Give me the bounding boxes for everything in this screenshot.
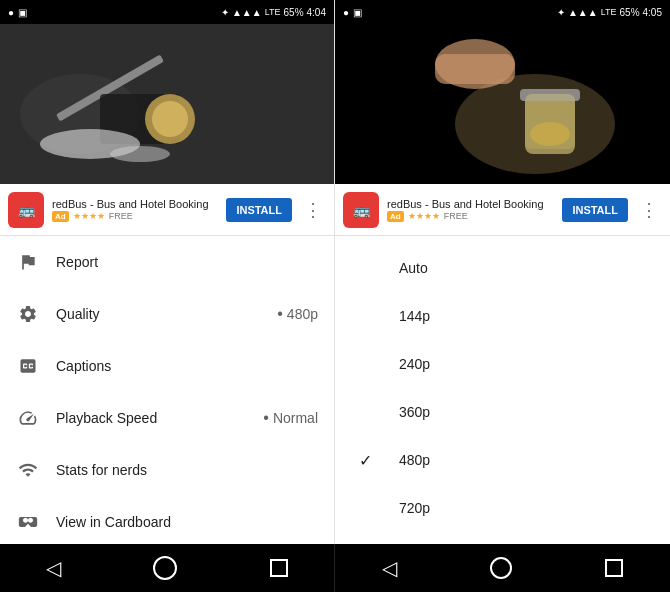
status-right-info: ✦ ▲▲▲ LTE 65% 4:04	[221, 7, 326, 18]
menu-item-playback[interactable]: Playback Speed • Normal	[0, 392, 334, 444]
ad-info-left: redBus - Bus and Hotel Booking Ad ★★★★ F…	[52, 198, 218, 222]
playback-dot: •	[263, 409, 269, 427]
menu-item-quality[interactable]: Quality • 480p	[0, 288, 334, 340]
quality-option-720p[interactable]: 720p	[335, 484, 670, 532]
quality-value: 480p	[287, 306, 318, 322]
battery-level-right: 65%	[620, 7, 640, 18]
ad-title-left: redBus - Bus and Hotel Booking	[52, 198, 218, 210]
ad-banner-left: 🚌 redBus - Bus and Hotel Booking Ad ★★★★…	[0, 184, 334, 236]
home-button-left[interactable]	[137, 548, 193, 588]
bottom-navigation: ◁ ◁	[0, 544, 670, 592]
report-label: Report	[56, 254, 318, 270]
notification-dot: ●	[8, 7, 14, 18]
quality-label-720p: 720p	[399, 500, 430, 516]
left-panel: ● ▣ ✦ ▲▲▲ LTE 65% 4:04	[0, 0, 335, 544]
sim-icon: ▣	[18, 7, 27, 18]
quality-label-480p: 480p	[399, 452, 430, 468]
lte-badge-r: LTE	[601, 7, 617, 17]
status-bar-right: ● ▣ ✦ ▲▲▲ LTE 65% 4:05	[335, 0, 670, 24]
ad-badge-right: Ad	[387, 211, 404, 222]
ad-stars-left: ★★★★	[73, 211, 105, 221]
quality-option-1080p[interactable]: 1080p	[335, 532, 670, 544]
ad-sub-left: Ad ★★★★ FREE	[52, 211, 218, 222]
ad-info-right: redBus - Bus and Hotel Booking Ad ★★★★ F…	[387, 198, 554, 222]
signal-icon-r: ▲▲▲	[568, 7, 598, 18]
quality-option-144p[interactable]: 144p	[335, 292, 670, 340]
ad-more-right[interactable]: ⋮	[636, 199, 662, 221]
clock-right: 4:05	[643, 7, 662, 18]
quality-label: Quality	[56, 306, 273, 322]
quality-label-240p: 240p	[399, 356, 430, 372]
menu-item-stats[interactable]: Stats for nerds	[0, 444, 334, 496]
svg-point-16	[530, 122, 570, 146]
notification-dot-r: ●	[343, 7, 349, 18]
install-button-left[interactable]: INSTALL	[226, 198, 292, 222]
bluetooth-icon-r: ✦	[557, 7, 565, 18]
quality-option-240p[interactable]: 240p	[335, 340, 670, 388]
ad-badge-left: Ad	[52, 211, 69, 222]
status-bar-left: ● ▣ ✦ ▲▲▲ LTE 65% 4:04	[0, 0, 334, 24]
status-right-left-icons: ● ▣	[343, 7, 362, 18]
bottom-nav-right: ◁	[335, 544, 670, 592]
back-icon-right: ◁	[382, 556, 397, 580]
recents-button-left[interactable]	[254, 551, 304, 585]
quality-dot: •	[277, 305, 283, 323]
flag-icon	[16, 250, 40, 274]
quality-option-auto[interactable]: Auto	[335, 244, 670, 292]
bluetooth-icon: ✦	[221, 7, 229, 18]
home-button-right[interactable]	[474, 549, 528, 587]
video-scene-svg-right	[335, 24, 670, 184]
check-360p	[359, 403, 383, 421]
quality-label-360p: 360p	[399, 404, 430, 420]
gear-icon	[16, 302, 40, 326]
battery-level-left: 65%	[284, 7, 304, 18]
quality-label-auto: Auto	[399, 260, 428, 276]
quality-label-144p: 144p	[399, 308, 430, 324]
ad-free-left: FREE	[109, 211, 133, 221]
menu-list-left: Report Quality • 480p Captions	[0, 236, 334, 544]
lte-badge: LTE	[265, 7, 281, 17]
bottom-nav-left: ◁	[0, 544, 335, 592]
speed-icon	[16, 406, 40, 430]
quality-option-360p[interactable]: 360p	[335, 388, 670, 436]
check-480p: ✓	[359, 451, 383, 470]
signal-icon: ▲▲▲	[232, 7, 262, 18]
status-right-info-r: ✦ ▲▲▲ LTE 65% 4:05	[557, 7, 662, 18]
menu-item-cardboard[interactable]: View in Cardboard	[0, 496, 334, 544]
stats-label: Stats for nerds	[56, 462, 318, 478]
home-icon-right	[490, 557, 512, 579]
home-icon-left	[153, 556, 177, 580]
status-left-icons: ● ▣	[8, 7, 27, 18]
ad-icon-right: 🚌	[343, 192, 379, 228]
quality-list: Auto 144p 240p 360p ✓ 480p 720p	[335, 236, 670, 544]
svg-rect-15	[435, 54, 515, 84]
back-button-right[interactable]: ◁	[366, 548, 413, 588]
recents-button-right[interactable]	[589, 551, 639, 585]
stats-icon	[16, 458, 40, 482]
video-scene-svg-left	[0, 24, 334, 184]
menu-item-report[interactable]: Report	[0, 236, 334, 288]
install-button-right[interactable]: INSTALL	[562, 198, 628, 222]
ad-stars-right: ★★★★	[408, 211, 440, 221]
check-auto	[359, 259, 383, 277]
quality-option-480p[interactable]: ✓ 480p	[335, 436, 670, 484]
captions-icon	[16, 354, 40, 378]
svg-point-5	[152, 101, 188, 137]
svg-point-7	[110, 146, 170, 162]
back-button-left[interactable]: ◁	[30, 548, 77, 588]
menu-item-captions[interactable]: Captions	[0, 340, 334, 392]
video-right[interactable]	[335, 24, 670, 184]
vr-icon	[16, 510, 40, 534]
cardboard-label: View in Cardboard	[56, 514, 318, 530]
check-240p	[359, 355, 383, 373]
ad-free-right: FREE	[444, 211, 468, 221]
playback-label: Playback Speed	[56, 410, 259, 426]
ad-more-left[interactable]: ⋮	[300, 199, 326, 221]
video-left[interactable]	[0, 24, 334, 184]
ad-sub-right: Ad ★★★★ FREE	[387, 211, 554, 222]
video-scene-left	[0, 24, 334, 184]
playback-value: Normal	[273, 410, 318, 426]
back-icon-left: ◁	[46, 556, 61, 580]
check-144p	[359, 307, 383, 325]
video-scene-right	[335, 24, 670, 184]
